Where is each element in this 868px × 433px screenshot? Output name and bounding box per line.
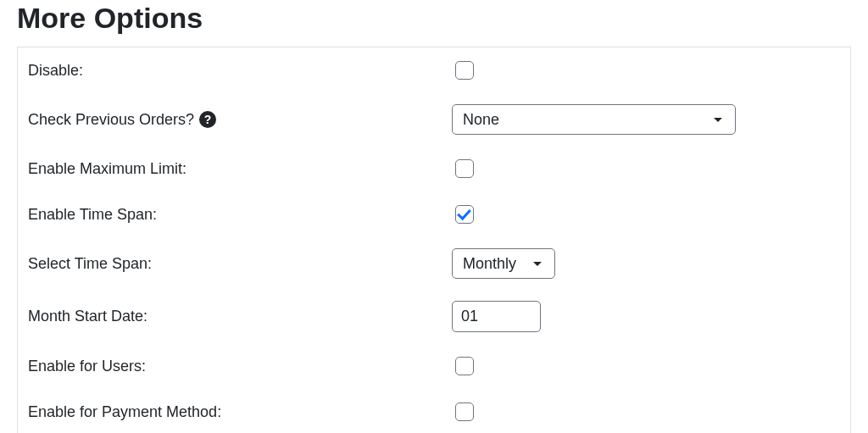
disable-checkbox[interactable] — [455, 61, 474, 80]
enable-for-users-checkbox[interactable] — [455, 357, 474, 375]
select-time-span-select[interactable]: Monthly — [452, 248, 555, 279]
row-enable-time-span: Enable Time Span: — [18, 192, 850, 237]
row-month-start-date: Month Start Date: — [18, 290, 850, 343]
help-icon[interactable]: ? — [199, 111, 216, 128]
enable-time-span-checkbox[interactable] — [455, 205, 474, 224]
row-enable-for-payment-method: Enable for Payment Method: — [18, 389, 850, 433]
month-start-date-input[interactable] — [452, 301, 541, 332]
enable-maximum-limit-checkbox[interactable] — [455, 159, 474, 178]
row-enable-for-users: Enable for Users: — [18, 343, 850, 389]
row-disable: Disable: — [18, 47, 850, 93]
enable-for-payment-method-checkbox[interactable] — [455, 402, 474, 421]
check-previous-orders-select[interactable]: None — [452, 104, 736, 135]
label-enable-time-span: Enable Time Span: — [28, 206, 452, 224]
label-month-start-date: Month Start Date: — [28, 308, 452, 325]
row-select-time-span: Select Time Span: Monthly — [18, 237, 850, 290]
section-title: More Options — [17, 2, 851, 35]
label-enable-for-payment-method: Enable for Payment Method: — [28, 403, 452, 421]
options-panel: Disable: Check Previous Orders? ? None E… — [17, 47, 851, 433]
row-enable-maximum-limit: Enable Maximum Limit: — [18, 146, 850, 192]
label-check-previous-orders: Check Previous Orders? — [28, 111, 194, 129]
label-enable-for-users: Enable for Users: — [28, 358, 452, 375]
label-disable: Disable: — [28, 62, 452, 80]
label-enable-maximum-limit: Enable Maximum Limit: — [28, 160, 452, 178]
row-check-previous-orders: Check Previous Orders? ? None — [18, 93, 850, 146]
label-select-time-span: Select Time Span: — [28, 255, 452, 273]
